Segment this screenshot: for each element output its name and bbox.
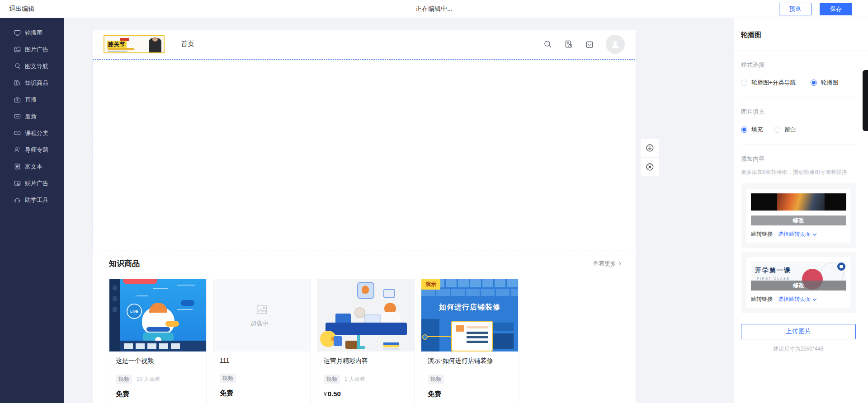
- sidebar-item-label: 知识商品: [25, 79, 48, 87]
- section-title: 知识商品: [109, 258, 140, 269]
- knowledge-product-icon: [14, 80, 21, 86]
- currency-symbol: ¥: [324, 391, 327, 398]
- product-image-illustration: [317, 279, 414, 351]
- sidebar-item-label: 富文本: [25, 163, 42, 171]
- radio-icon: [774, 127, 780, 133]
- product-title: 111: [220, 357, 304, 364]
- product-title: 演示-如何进行店铺装修: [428, 357, 512, 365]
- sidebar-item-label: 图文导航: [25, 62, 48, 70]
- order-list-icon[interactable]: [564, 40, 573, 49]
- upload-image-button[interactable]: 上传图片: [741, 324, 856, 339]
- avatar[interactable]: [606, 35, 625, 54]
- sidebar-item-image-text-nav[interactable]: 图文导航: [0, 58, 64, 75]
- view-more-link[interactable]: 查看更多: [593, 260, 622, 268]
- image-text-nav-icon: [14, 63, 21, 70]
- loading-text: 加载中...: [250, 319, 273, 328]
- product-card[interactable]: 运营月精彩内容 视频 1 人观看 ¥0.50: [317, 279, 415, 403]
- nav-home-link[interactable]: 首页: [181, 40, 194, 48]
- sidebar-item-live[interactable]: 直播: [0, 91, 64, 108]
- radio-carousel-plus-nav[interactable]: 轮播图+分类导航: [741, 79, 796, 87]
- product-price: 免费: [220, 389, 304, 398]
- preview-button[interactable]: 预览: [779, 3, 811, 15]
- logo-text: 膝关节: [107, 41, 127, 48]
- jump-link-label: 跳转链接: [751, 295, 773, 303]
- product-card[interactable]: 加载中... 111 视频 免费: [213, 279, 311, 403]
- product-card[interactable]: LIVE 这是一个视频 视频 10 人观看 免费: [109, 279, 207, 403]
- shopping-bag-icon[interactable]: [585, 40, 594, 49]
- sidebar-item-label: 贴片广告: [25, 179, 48, 187]
- thumbnail-subtitle: FIRST CLASS: [757, 276, 790, 281]
- product-image-loading: 加载中...: [213, 279, 310, 351]
- module-sidebar: 轮播图 图片广告 图文导航 知识商品 直播 最新 课程分类 导师专题 富文本 贴…: [0, 18, 64, 403]
- carousel-thumbnail-1: [751, 193, 846, 211]
- store-header-actions: [543, 35, 625, 54]
- carousel-icon: [14, 29, 21, 36]
- sidebar-item-carousel[interactable]: 轮播图: [0, 24, 64, 41]
- add-content-label: 添加内容: [741, 155, 856, 163]
- product-type-tag: 视频: [220, 374, 236, 383]
- store-header: 膝关节 首页: [93, 30, 636, 58]
- fill-radio-group: 填充 留白: [741, 126, 856, 134]
- select-jump-page-link[interactable]: 选择跳转页面: [778, 295, 817, 303]
- block-action-buttons: [641, 139, 659, 176]
- sidebar-item-label: 导师专题: [25, 146, 48, 154]
- sidebar-item-patch-ad[interactable]: 贴片广告: [0, 175, 64, 192]
- sidebar-item-course-category[interactable]: 课程分类: [0, 125, 64, 141]
- carousel-item[interactable]: 开学第一课 FIRST CLASS 修改 跳转链接 选择跳转页面: [741, 252, 856, 313]
- sidebar-item-label: 轮播图: [25, 29, 42, 37]
- image-fill-label: 图片填充: [741, 108, 856, 116]
- product-type-tag: 视频: [116, 375, 132, 384]
- chevron-down-icon: [812, 233, 817, 236]
- image-ad-icon: [14, 46, 21, 53]
- carousel-settings-panel: 轮播图 样式选择 轮播图+分类导航 轮播图 图片填充 填充 留白: [734, 18, 868, 403]
- topbar-actions: 预览 保存: [779, 3, 852, 15]
- carousel-item[interactable]: 修改 跳转链接 选择跳转页面: [741, 183, 856, 248]
- select-jump-page-link[interactable]: 选择跳转页面: [778, 230, 817, 238]
- sidebar-item-image-ad[interactable]: 图片广告: [0, 41, 64, 58]
- sidebar-item-mentor-topic[interactable]: 导师专题: [0, 141, 64, 158]
- sidebar-item-label: 课程分类: [25, 129, 48, 137]
- search-icon[interactable]: [543, 40, 552, 49]
- save-button[interactable]: 保存: [820, 3, 852, 15]
- modify-button[interactable]: 修改: [751, 281, 846, 291]
- image-placeholder-icon: [256, 304, 268, 315]
- rich-text-icon: [14, 163, 21, 170]
- delete-icon: [646, 163, 654, 171]
- move-block-down-button[interactable]: [641, 139, 659, 157]
- radio-fill[interactable]: 填充: [741, 126, 763, 134]
- radio-letterbox[interactable]: 留白: [774, 126, 796, 134]
- product-price: 免费: [116, 390, 200, 398]
- latest-icon: [14, 113, 21, 120]
- product-type-tag: 视频: [324, 375, 340, 384]
- patch-ad-icon: [14, 180, 21, 187]
- thumbnail-title: 开学第一课: [755, 267, 791, 275]
- logo-person-figure: [149, 38, 161, 53]
- sidebar-item-latest[interactable]: 最新: [0, 108, 64, 125]
- mentor-topic-icon: [14, 146, 21, 153]
- carousel-thumbnail-2: 开学第一课 FIRST CLASS 修改: [751, 262, 846, 291]
- sidebar-item-knowledge-product[interactable]: 知识商品: [0, 75, 64, 91]
- delete-block-button[interactable]: [641, 158, 659, 176]
- sidebar-item-study-tool[interactable]: 助学工具: [0, 192, 64, 208]
- store-logo-image: 膝关节: [104, 35, 165, 53]
- chevron-right-icon: [618, 262, 622, 266]
- panel-title: 轮播图: [734, 18, 868, 51]
- product-title: 这是一个视频: [116, 357, 200, 365]
- chevron-down-icon: [812, 298, 817, 301]
- style-radio-group: 轮播图+分类导航 轮播图: [741, 79, 856, 87]
- top-bar: 退出编辑 正在编辑中... 预览 保存: [0, 0, 868, 18]
- window-scrollbar-thumb[interactable]: [863, 70, 868, 131]
- banner-title: 如何进行店铺装修: [421, 303, 518, 312]
- radio-carousel-only[interactable]: 轮播图: [811, 79, 839, 87]
- sidebar-item-label: 最新: [25, 112, 37, 121]
- product-card[interactable]: 演示 如何进行店铺装修 演示-如何进行店铺装修 视频 免费: [421, 279, 519, 403]
- modify-button[interactable]: 修改: [751, 216, 846, 225]
- product-price: 免费: [428, 390, 512, 398]
- demo-badge: 演示: [421, 279, 440, 290]
- selected-carousel-block[interactable]: [93, 59, 635, 250]
- sidebar-item-label: 直播: [25, 96, 37, 104]
- sidebar-item-rich-text[interactable]: 富文本: [0, 158, 64, 175]
- jump-link-label: 跳转链接: [751, 230, 773, 238]
- product-image-banner: 演示 如何进行店铺装修: [421, 279, 518, 351]
- sidebar-item-label: 助学工具: [25, 196, 48, 204]
